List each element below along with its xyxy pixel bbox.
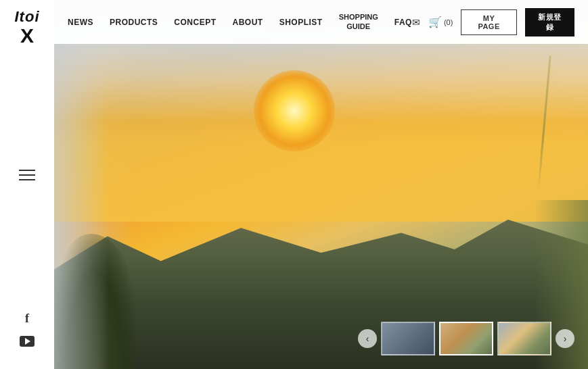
thumbnail-1[interactable] <box>381 322 435 355</box>
nav-shopping-guide[interactable]: SHOPPING GUIDE <box>339 13 378 30</box>
sun-glow <box>254 70 335 151</box>
shopping-label-2: GUIDE <box>346 22 370 31</box>
brand-name: Itoi <box>15 9 40 24</box>
logo-area: Itoi X <box>15 0 40 46</box>
nav-concept[interactable]: CONCEPT <box>174 18 216 27</box>
nav-faq[interactable]: FAQ <box>394 18 412 27</box>
thumbnail-3[interactable] <box>497 322 551 355</box>
main-content: NEWS PRODUCTS CONCEPT ABOUT SHOPLIST SHO… <box>54 0 588 369</box>
navbar: NEWS PRODUCTS CONCEPT ABOUT SHOPLIST SHO… <box>54 0 588 44</box>
brand-logo-x: X <box>20 26 34 46</box>
shopping-label-1: SHOPPING <box>339 13 378 22</box>
thumbnail-strip: ‹ › <box>358 322 574 355</box>
sidebar: Itoi X f <box>0 0 54 369</box>
nav-about[interactable]: ABOUT <box>233 18 263 27</box>
hamburger-line-3 <box>19 179 35 180</box>
nav-products[interactable]: PRODUCTS <box>110 18 158 27</box>
hamburger-line-2 <box>19 174 35 176</box>
hamburger-area <box>19 53 35 311</box>
cart-count: (0) <box>444 18 453 26</box>
hamburger-line-1 <box>19 170 35 171</box>
prev-icon: ‹ <box>366 333 369 344</box>
nav-links: NEWS PRODUCTS CONCEPT ABOUT SHOPLIST SHO… <box>68 13 412 30</box>
hamburger-menu[interactable] <box>19 170 35 180</box>
facebook-link[interactable]: f <box>20 311 35 326</box>
register-button[interactable]: 新規登録 <box>525 8 574 36</box>
facebook-icon: f <box>25 312 29 326</box>
youtube-link[interactable] <box>20 334 35 349</box>
prev-slide-button[interactable]: ‹ <box>358 329 377 348</box>
thumbnail-2[interactable] <box>439 322 493 355</box>
cart-icon: 🛒 <box>428 16 442 28</box>
youtube-icon <box>20 336 35 347</box>
hero-left-fade <box>54 0 108 369</box>
social-area: f <box>20 311 35 369</box>
nav-right: ✉ 🛒 (0) MY PAGE 新規登録 <box>412 8 574 36</box>
nav-shoplist[interactable]: SHOPLIST <box>279 18 323 27</box>
mypage-button[interactable]: MY PAGE <box>461 9 516 35</box>
nav-news[interactable]: NEWS <box>68 18 93 27</box>
cart-button[interactable]: 🛒 (0) <box>428 16 453 28</box>
hero-background <box>54 0 588 369</box>
next-icon: › <box>564 333 567 344</box>
next-slide-button[interactable]: › <box>556 329 574 348</box>
mail-icon[interactable]: ✉ <box>412 17 420 28</box>
